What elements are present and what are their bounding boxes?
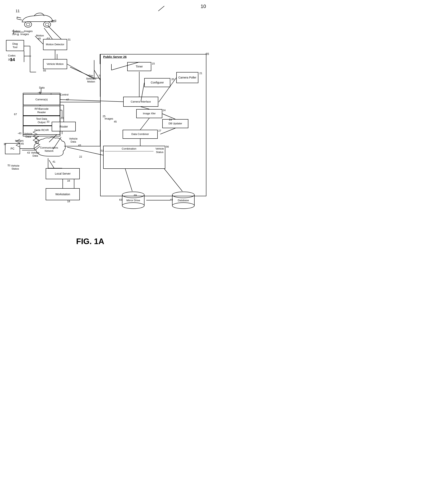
image-xfer-box: Image Xfer (136, 109, 162, 118)
svg-point-39 (44, 22, 51, 27)
timer-box: Timer (127, 62, 151, 71)
ref-33: 33 (46, 120, 49, 123)
ref-23: 23 (169, 118, 172, 121)
ref-14: 14 (10, 57, 15, 62)
ref-51-r: 51 (101, 149, 104, 152)
svg-text:Communications: Communications (40, 146, 58, 149)
ref-12: -12 (60, 117, 64, 119)
ref-43-vd: -43 (18, 132, 21, 135)
svg-point-48 (122, 203, 144, 209)
ref-31: 31 (68, 38, 71, 41)
ref-67: 67 (14, 113, 17, 116)
ref-10: 10 (201, 4, 206, 9)
rf-reader-box: RF/BarcodeReader (23, 106, 60, 116)
public-server-label: Public Server 26 (103, 55, 127, 58)
ref-56: 56 (166, 145, 169, 148)
svg-point-50 (172, 192, 194, 198)
camera-poller-box: Camera Poller (176, 72, 198, 83)
local-server-box: Local Server (46, 168, 80, 179)
vehicle-illustration (16, 10, 56, 28)
diagram: 10 11 Codes/35A Images Images -45 -53 Mo… (0, 0, 218, 252)
ref-65: 65 (205, 52, 209, 55)
svg-point-38 (24, 22, 32, 27)
ref-49: 49 (170, 198, 173, 201)
ref-24: 24 (163, 109, 166, 112)
label-vehicle-status-left: VehicleStatus (11, 164, 19, 170)
ref-47: 47 (66, 98, 69, 101)
ref-25: 25 (102, 115, 105, 118)
ref-18: 18 (67, 200, 70, 203)
label-preselected: Pre-SelectedMotion (83, 74, 99, 83)
database-cylinder: Database (170, 191, 196, 209)
ref-69: 69 (134, 194, 137, 197)
motion-detector-box: Motion Detector (43, 39, 67, 50)
ref-16: 16 (67, 179, 70, 182)
label-vehicle-data-net: VehicleData (69, 137, 78, 143)
svg-text:Network: Network (45, 150, 54, 152)
label-images: Images (24, 30, 33, 33)
db-updater-box: DB Updater (162, 119, 188, 128)
ref-41: 41 (53, 160, 55, 163)
workstation-box: Workstation (46, 188, 80, 200)
combination-box: Combination VehicleStatus (103, 146, 165, 169)
label-vehicle-data-btm: VehicleData (31, 151, 39, 157)
ref-43-btm: 43 (27, 151, 30, 154)
ref-37: 37 (4, 143, 6, 145)
figure-label: FIG. 1A (76, 237, 104, 246)
vehicle-motion-box: Vehicle Motion (43, 59, 67, 69)
svg-point-40 (26, 23, 30, 26)
label-images-ps: Images (105, 117, 113, 120)
camera-interface-box: Camera Interface (123, 97, 158, 107)
label-codes: Codes (8, 54, 16, 57)
ref-55: 55 (43, 69, 46, 72)
label-images-left: Images (15, 139, 24, 142)
svg-text:Mirror Drive: Mirror Drive (126, 199, 140, 202)
label-data: Data (39, 86, 45, 89)
mirror-drive-cylinder: Mirror Drive (120, 191, 146, 209)
cameras-box: Camera(s) (23, 94, 60, 105)
ref-43-net: 43 (78, 144, 81, 147)
ref-45-ps: 45 (114, 120, 117, 123)
router-box: Router (52, 122, 76, 131)
svg-point-53 (172, 203, 194, 209)
svg-point-45 (122, 192, 144, 198)
ref-22: 22 (79, 155, 82, 158)
ref-43-data: -43 (38, 91, 41, 94)
ref-51-left: 51 (8, 164, 10, 167)
svg-line-0 (158, 6, 164, 11)
ref-63: 63 (119, 198, 122, 201)
pc-box: PC (5, 143, 20, 154)
label-motion: Motion (36, 34, 44, 37)
data-combiner-box: Data Combiner (123, 130, 158, 139)
ref-21: 21 (199, 72, 202, 75)
diag-tool-box: DiagTool (6, 40, 24, 51)
svg-point-41 (45, 23, 49, 26)
ref-15: 15 (152, 62, 155, 65)
svg-line-68 (67, 147, 103, 155)
configurer-box: Configurer (144, 78, 170, 87)
combination-label: Combination (105, 147, 153, 151)
ref-20: 20 (171, 78, 174, 81)
ref-45-left: -45 (20, 142, 24, 145)
svg-line-2 (48, 26, 62, 40)
ref-27: 27 (158, 129, 161, 132)
svg-text:Database: Database (178, 199, 189, 202)
vehicle-status-label: VehicleStatus (153, 147, 164, 154)
ref-45-top: -45 (37, 37, 41, 40)
